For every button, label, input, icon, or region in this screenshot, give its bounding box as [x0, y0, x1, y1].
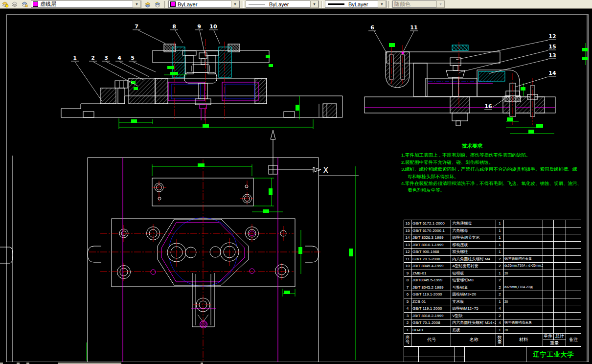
layer-previous-icon[interactable]	[153, 0, 162, 8]
part-code-cell: JB/T 8045.2-1999	[411, 284, 452, 291]
part-unit-weight-cell	[543, 284, 554, 291]
part-qty-cell: 1	[496, 298, 504, 305]
make-object-layer-current-icon[interactable]	[143, 0, 152, 8]
part-qty-cell: 2	[496, 263, 504, 270]
part-code-cell: GB/T 70.1-2008	[411, 319, 452, 326]
part-material-cell: 钢/不锈钢/有色金属	[504, 256, 544, 263]
header-no: 序号	[404, 334, 411, 346]
balloon-13: 13	[548, 52, 556, 59]
part-material-cell: 20	[504, 298, 544, 305]
part-number-cell: 3	[404, 313, 411, 319]
table-row: 7 JB/T 8045.2-1999 可换钻套 2 d≤26mm,T10A 20…	[404, 284, 581, 291]
layer-dropdown[interactable]: 虚线层 ▼	[31, 0, 141, 8]
part-qty-cell: 2	[496, 284, 504, 291]
part-remark-cell	[566, 270, 581, 277]
part-material-cell	[504, 242, 544, 249]
part-material-cell	[504, 249, 544, 255]
object-color-dropdown[interactable]: ByLayer ▼	[168, 0, 240, 8]
layer-states-manager-icon[interactable]	[10, 0, 19, 8]
part-total-weight-cell	[554, 277, 566, 284]
balloon-4: 4	[117, 55, 121, 61]
part-name-cell: 六角螺母	[451, 228, 496, 234]
layer-properties-manager-icon[interactable]	[0, 0, 9, 8]
part-material-cell: 钢/不锈钢/有色金属	[504, 319, 544, 326]
part-material-cell	[504, 234, 544, 241]
part-remark-cell	[566, 327, 581, 334]
table-row: 2 GB/T 70.1-2008 内六角圆柱头螺钉 M14×25 4 钢/不锈钢…	[404, 319, 581, 326]
balloon-7: 7	[135, 23, 138, 30]
part-name-cell: 钻套螺钉M8	[451, 277, 496, 284]
balloon-2: 2	[91, 55, 95, 61]
header-total-weight: 总计	[554, 333, 566, 340]
lineweight-sample	[328, 3, 344, 5]
part-code-cell: GB/T 6170-2000-1	[411, 228, 452, 234]
part-total-weight-cell	[554, 313, 566, 319]
table-row: 11 GB/T 70.1-2008 内六角圆柱头螺钉 M4 2 钢/不锈钢/有色…	[404, 255, 581, 263]
part-unit-weight-cell	[543, 263, 554, 270]
object-color-swatch	[170, 1, 176, 7]
table-row: 3 JB/T 8018.2-1999 V型块 2	[404, 312, 581, 319]
part-qty-cell: 1	[496, 270, 504, 277]
header-unit-weight: 单件	[543, 333, 554, 340]
part-number-cell: 2	[404, 319, 411, 326]
technical-requirements: 技术要求 1.零件加工表面上，不应有划痕、擦伤等损伤零件表面的缺陷。2.装配图中…	[401, 142, 590, 194]
table-row: 6 GB/T 119.1-2000 圆柱销M3×20 2	[404, 291, 581, 298]
part-number-cell: 12	[404, 249, 411, 255]
part-code-cell: JB/T8045.5-1999	[411, 277, 452, 284]
part-remark-cell	[566, 291, 581, 298]
part-unit-weight-cell	[543, 305, 554, 312]
part-unit-weight-cell	[543, 277, 554, 284]
part-remark-cell	[566, 305, 581, 312]
part-name-cell: 圆柱销M12×75	[451, 305, 496, 312]
cad-application-window: 虚线层 ▼ ByLayer ▼ ByLayer ▼ ByLayer ▼ 随	[0, 0, 592, 364]
table-row: 10 JB/T 8045.4-1999 A型钻套用衬套 2 d≤26mm,T10…	[404, 262, 581, 270]
chevron-down-icon[interactable]: ▼	[133, 0, 141, 8]
part-total-weight-cell	[554, 220, 566, 227]
part-number-cell: 16	[404, 220, 411, 227]
part-name-cell: 双头螺柱	[451, 249, 496, 255]
part-remark-cell	[566, 256, 581, 263]
balloon-6: 6	[370, 24, 374, 31]
balloon-15: 15	[548, 44, 556, 50]
part-qty-cell: 4	[496, 305, 504, 312]
tech-requirements-lines: 1.零件加工表面上，不应有划痕、擦伤等损伤零件表面的缺陷。2.装配图中零件不允许…	[401, 152, 590, 194]
tech-requirement-line: 4.零件在装配前必须清理和清洗干净，不得有毛刺、飞边、氧化皮、锈蚀、切屑、油污、	[401, 180, 590, 187]
chevron-down-icon[interactable]: ▼	[310, 0, 319, 8]
part-remark-cell	[566, 298, 581, 305]
lineweight-dropdown[interactable]: ByLayer ▼	[325, 0, 387, 8]
part-number-cell: 8	[404, 277, 411, 284]
part-qty-cell: 2	[496, 313, 504, 319]
chevron-down-icon[interactable]: ▼	[378, 0, 386, 8]
table-row: 8 JB/T8045.5-1999 钻套螺钉M8 2	[404, 276, 581, 284]
part-code-cell: ZMB-01	[411, 270, 452, 277]
part-number-cell: 10	[404, 263, 411, 270]
part-code-cell: GB/T 119.1-2000	[411, 305, 452, 312]
part-number-cell: 5	[404, 298, 411, 305]
dimension-marks	[506, 43, 588, 134]
part-remark-cell	[566, 234, 581, 241]
part-name-cell: V型块	[451, 313, 496, 319]
balloon-16: 16	[484, 103, 492, 110]
part-name-cell: 圆柱头调节支承	[451, 234, 496, 241]
part-name-cell: 可换钻套	[451, 284, 496, 291]
linetype-dropdown[interactable]: ByLayer ▼	[246, 0, 319, 8]
ucs-icon: X	[269, 130, 329, 175]
part-code-cell: JB/T 8045.4-1999	[411, 263, 452, 270]
part-code-cell: JB/T 8018.2-1999	[411, 313, 452, 319]
part-name-cell: 内六角圆柱头螺钉 M4	[451, 256, 496, 263]
balloon-12: 12	[548, 33, 556, 40]
part-number-cell: 6	[404, 291, 411, 298]
balloon-9: 9	[197, 23, 201, 30]
balloon-11: 11	[410, 24, 417, 31]
part-total-weight-cell	[554, 228, 566, 234]
object-color-value: ByLayer	[178, 1, 230, 7]
part-qty-cell: 2	[496, 256, 504, 263]
part-code-cell: JB/T 8010.1-1999	[411, 242, 452, 249]
part-remark-cell	[566, 249, 581, 255]
part-number-cell: 15	[404, 228, 411, 234]
part-total-weight-cell	[554, 319, 566, 326]
layer-filters-icon[interactable]	[20, 0, 29, 8]
chevron-down-icon[interactable]: ▼	[231, 0, 239, 8]
part-qty-cell: 1	[496, 242, 504, 249]
table-row: 12 GB/T 900-1988 双头螺柱 1	[404, 248, 581, 255]
